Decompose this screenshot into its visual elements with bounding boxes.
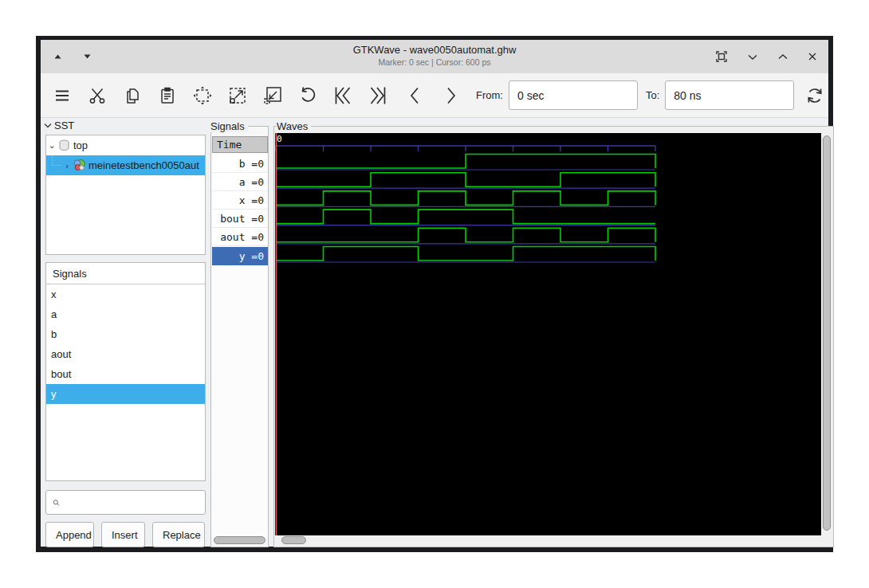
step-right-button[interactable] (433, 78, 468, 113)
signal-search-panel: Signals x a b aout bout y (45, 262, 206, 481)
signal-list-item-b[interactable]: b (46, 324, 205, 344)
expander-open-icon[interactable]: ⌄ (46, 140, 57, 151)
sst-item-meinetestbench[interactable]: › meinetestbench0050aut (46, 155, 205, 175)
expander-closed-icon[interactable]: › (61, 161, 73, 171)
zoom-in-button[interactable] (220, 78, 255, 113)
sst-tree: ⌄ top › meinetestbench0050aut (45, 135, 206, 255)
maximize-button[interactable] (776, 52, 790, 62)
sst-header[interactable]: SST (44, 120, 74, 131)
copy-button[interactable] (115, 78, 150, 113)
close-icon (808, 52, 817, 61)
wave-signal-row-b[interactable]: b =0 (212, 155, 268, 173)
append-button[interactable]: Append (45, 522, 94, 547)
tree-item-label: top (73, 139, 88, 151)
wave-signal-row-aout[interactable]: aout =0 (212, 228, 268, 246)
to-label: To: (646, 89, 659, 101)
insert-button[interactable]: Insert (101, 522, 145, 547)
go-to-start-button[interactable] (325, 78, 360, 113)
sst-item-top[interactable]: ⌄ top (46, 135, 205, 155)
cut-icon (88, 86, 107, 105)
fullscreen-icon (715, 50, 728, 63)
zoom-out-button[interactable] (255, 78, 290, 113)
waveform-plot: 0 (275, 133, 822, 535)
chevron-down-icon (44, 123, 52, 128)
undo-icon (297, 85, 318, 106)
toolbar: From: To: (41, 73, 828, 118)
svg-text:0: 0 (277, 134, 282, 144)
titlebar[interactable]: GTKWave - wave0050automat.ghw Marker: 0 … (41, 40, 828, 73)
copy-icon (123, 86, 142, 105)
wave-signal-row-a[interactable]: a =0 (212, 173, 268, 191)
go-to-end-button[interactable] (360, 78, 395, 113)
tree-guide (52, 156, 61, 166)
wave-signal-row-bout[interactable]: bout =0 (212, 210, 268, 228)
from-label: From: (476, 89, 503, 101)
entity-icon (73, 159, 86, 172)
paste-button[interactable] (150, 78, 185, 113)
wave-signal-row-y[interactable]: y =0 (212, 247, 268, 265)
marker-cursor-status: Marker: 0 sec | Cursor: 600 ps (41, 57, 828, 67)
cut-button[interactable] (80, 78, 115, 113)
waves-hscrollbar[interactable] (281, 536, 306, 544)
replace-button[interactable]: Replace (152, 522, 205, 547)
signal-list-item-x[interactable]: x (46, 284, 205, 304)
step-right-icon (440, 85, 461, 106)
step-left-button[interactable] (398, 78, 433, 113)
window-title: GTKWave - wave0050automat.ghw (41, 44, 828, 56)
signal-list-item-aout[interactable]: aout (46, 344, 205, 364)
undo-button[interactable] (290, 78, 325, 113)
fullscreen-button[interactable] (714, 49, 729, 65)
menu-button[interactable] (45, 78, 80, 113)
wave-signal-row-x[interactable]: x =0 (212, 191, 268, 210)
zoom-in-icon (227, 85, 248, 106)
gtkwave-window: GTKWave - wave0050automat.ghw Marker: 0 … (36, 36, 833, 552)
reload-icon (804, 84, 826, 107)
search-box[interactable] (45, 490, 206, 515)
signal-list-item-a[interactable]: a (46, 304, 205, 324)
menu-icon (52, 85, 73, 106)
from-input[interactable] (509, 80, 638, 110)
zoom-out-icon (262, 85, 283, 106)
waves-vscrollbar-track[interactable] (821, 133, 832, 535)
zoom-fit-icon (192, 85, 213, 106)
signals-hscrollbar[interactable] (214, 536, 265, 544)
go-to-start-icon (332, 84, 354, 107)
time-header[interactable]: Time (212, 136, 268, 153)
signals-frame: Time b =0 a =0 x =0 bout =0 aout =0 y =0 (210, 126, 269, 547)
close-button[interactable] (806, 50, 819, 63)
paste-icon (158, 86, 177, 105)
waves-frame-label: Waves (277, 120, 311, 132)
waves-frame: 0 (273, 126, 834, 547)
tree-item-label: meinetestbench0050aut (88, 159, 199, 171)
module-icon (57, 139, 71, 152)
search-icon (53, 497, 60, 508)
to-input[interactable] (665, 80, 794, 110)
zoom-fit-button[interactable] (185, 78, 220, 113)
minimize-icon (747, 53, 758, 61)
minimize-button[interactable] (745, 52, 760, 62)
step-left-icon (405, 85, 426, 106)
go-to-end-icon (367, 84, 389, 107)
maximize-icon (777, 53, 788, 61)
reload-button[interactable] (797, 78, 832, 113)
wave-canvas[interactable]: 0 (275, 133, 822, 535)
signal-list-item-y[interactable]: y (46, 384, 205, 404)
sst-label: SST (54, 120, 74, 131)
waves-vscrollbar[interactable] (823, 135, 831, 531)
search-input[interactable] (65, 496, 205, 508)
signal-list-title: Signals (46, 263, 205, 284)
signals-frame-label: Signals (210, 120, 248, 132)
signal-list-item-bout[interactable]: bout (46, 364, 205, 384)
